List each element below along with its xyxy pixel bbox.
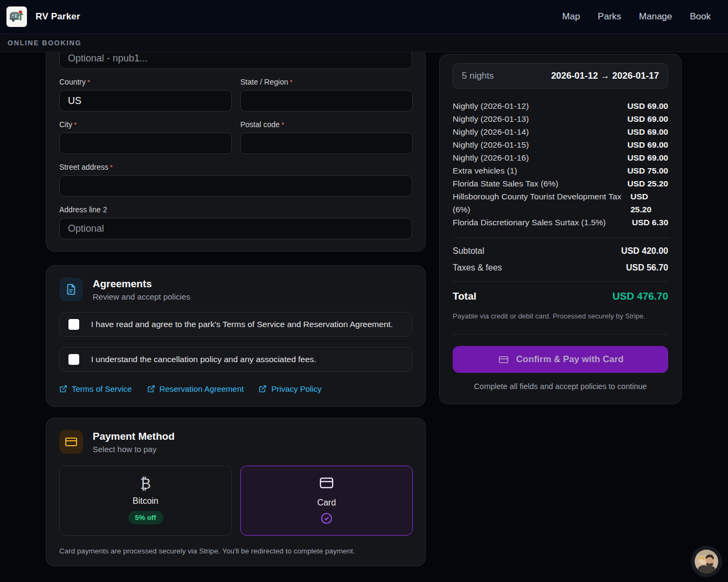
agreements-title: Agreements xyxy=(93,278,190,290)
nav-link-parks[interactable]: Parks xyxy=(598,11,621,22)
nights-count: 5 nights xyxy=(462,71,494,81)
terms-checkbox[interactable] xyxy=(68,319,79,330)
card-icon xyxy=(317,475,336,493)
booking-summary-panel: 5 nights 2026-01-12 → 2026-01-17 Nightly… xyxy=(439,54,682,404)
country-input[interactable] xyxy=(59,90,232,112)
npub-input[interactable] xyxy=(59,52,412,69)
brand-name: RV Parker xyxy=(36,11,80,22)
city-input[interactable] xyxy=(59,133,232,154)
user-avatar[interactable] xyxy=(691,546,722,577)
line-item: Nightly (2026-01-15)USD 69.00 xyxy=(453,138,668,151)
line-item: Florida Discretionary Sales Surtax (1.5%… xyxy=(453,216,668,229)
card-option-label: Card xyxy=(317,498,336,508)
external-link-icon xyxy=(147,385,155,393)
postal-code-label: Postal code* xyxy=(240,120,413,129)
bitcoin-icon: ₿ xyxy=(140,477,151,491)
document-icon xyxy=(59,278,83,301)
payment-method-subtitle: Select how to pay xyxy=(93,445,175,454)
required-marker: * xyxy=(290,78,293,86)
page-section-bar: ONLINE BOOKING xyxy=(0,33,728,52)
line-item: Florida State Sales Tax (6%)USD 25.20 xyxy=(453,177,668,190)
required-marker: * xyxy=(281,121,284,129)
line-item: Nightly (2026-01-16)USD 69.00 xyxy=(453,151,668,164)
total-row: Total USD 476.70 xyxy=(453,290,668,302)
cancellation-policy-checkbox-row[interactable]: I understand the cancellation policy and… xyxy=(59,347,412,372)
divider xyxy=(453,281,668,282)
nav-link-book[interactable]: Book xyxy=(690,11,711,22)
agreements-subtitle: Review and accept policies xyxy=(93,292,190,301)
cancellation-checkbox[interactable] xyxy=(68,354,79,365)
divider xyxy=(453,238,668,238)
state-input[interactable] xyxy=(240,90,413,112)
payment-method-card: Payment Method Select how to pay ₿ Bitco… xyxy=(46,418,426,566)
street-address-label: Street address* xyxy=(59,163,412,171)
external-link-icon xyxy=(59,385,67,393)
line-item: Extra vehicles (1)USD 75.00 xyxy=(453,164,668,177)
top-navigation-bar: RV Parker Map Parks Manage Book xyxy=(0,0,728,33)
address-line-2-label: Address line 2 xyxy=(59,205,412,214)
cancellation-checkbox-label: I understand the cancellation policy and… xyxy=(91,355,316,364)
payment-method-title: Payment Method xyxy=(93,431,175,442)
payment-option-card[interactable]: Card xyxy=(240,466,413,536)
credit-card-icon xyxy=(59,430,83,454)
total-amount: USD 476.70 xyxy=(612,290,668,302)
rv-parker-logo-icon xyxy=(6,6,27,27)
terms-of-service-link[interactable]: Terms of Service xyxy=(59,384,132,393)
line-item: Nightly (2026-01-12)USD 69.00 xyxy=(453,100,668,113)
cta-hint: Complete all fields and accept policies … xyxy=(453,382,668,391)
main-nav: Map Parks Manage Book xyxy=(562,11,711,22)
divider xyxy=(453,334,668,335)
agreements-card: Agreements Review and accept policies I … xyxy=(46,265,426,407)
bitcoin-option-label: Bitcoin xyxy=(133,496,158,506)
payment-processing-note: Card payments are processed securely via… xyxy=(59,547,412,555)
privacy-policy-link[interactable]: Privacy Policy xyxy=(259,384,321,393)
payment-option-bitcoin[interactable]: ₿ Bitcoin 5% off xyxy=(59,466,232,536)
country-label: Country* xyxy=(59,78,232,86)
terms-checkbox-label: I have read and agree to the park's Term… xyxy=(91,320,393,329)
postal-code-input[interactable] xyxy=(240,133,413,154)
city-label: City* xyxy=(59,120,232,129)
date-range: 2026-01-12 → 2026-01-17 xyxy=(551,71,659,81)
stay-dates-box: 5 nights 2026-01-12 → 2026-01-17 xyxy=(453,63,668,89)
external-link-icon xyxy=(259,385,267,393)
confirm-pay-button[interactable]: Confirm & Pay with Card xyxy=(453,346,668,373)
required-marker: * xyxy=(74,121,77,129)
line-item: Nightly (2026-01-13)USD 69.00 xyxy=(453,113,668,126)
policy-links: Terms of Service Reservation Agreement xyxy=(59,384,412,393)
bitcoin-discount-badge: 5% off xyxy=(128,511,163,524)
nav-link-manage[interactable]: Manage xyxy=(639,11,672,22)
required-marker: * xyxy=(110,163,113,171)
avatar-photo xyxy=(695,550,718,573)
price-line-items: Nightly (2026-01-12)USD 69.00 Nightly (2… xyxy=(453,100,668,229)
address-line-2-input[interactable] xyxy=(59,218,412,239)
line-item: Hillsborough County Tourist Development … xyxy=(453,190,668,216)
page-section-title: ONLINE BOOKING xyxy=(8,39,81,47)
subtotal-row: Subtotal USD 420.00 xyxy=(453,246,668,256)
reservation-agreement-link[interactable]: Reservation Agreement xyxy=(147,384,244,393)
payable-note: Payable via credit or debit card. Proces… xyxy=(453,312,668,320)
taxes-row: Taxes & fees USD 56.70 xyxy=(453,263,668,273)
brand[interactable]: RV Parker xyxy=(6,6,80,27)
selected-check-icon xyxy=(321,512,332,526)
state-label: State / Region* xyxy=(240,78,413,86)
card-icon xyxy=(497,355,510,365)
address-form-card: Country* State / Region* City* Postal co xyxy=(46,52,426,252)
terms-agreement-checkbox-row[interactable]: I have read and agree to the park's Term… xyxy=(59,312,412,337)
street-address-input[interactable] xyxy=(59,175,412,197)
line-item: Nightly (2026-01-14)USD 69.00 xyxy=(453,126,668,138)
required-marker: * xyxy=(87,78,90,86)
booking-page-content: Country* State / Region* City* Postal co xyxy=(0,52,728,582)
nav-link-map[interactable]: Map xyxy=(562,11,580,22)
